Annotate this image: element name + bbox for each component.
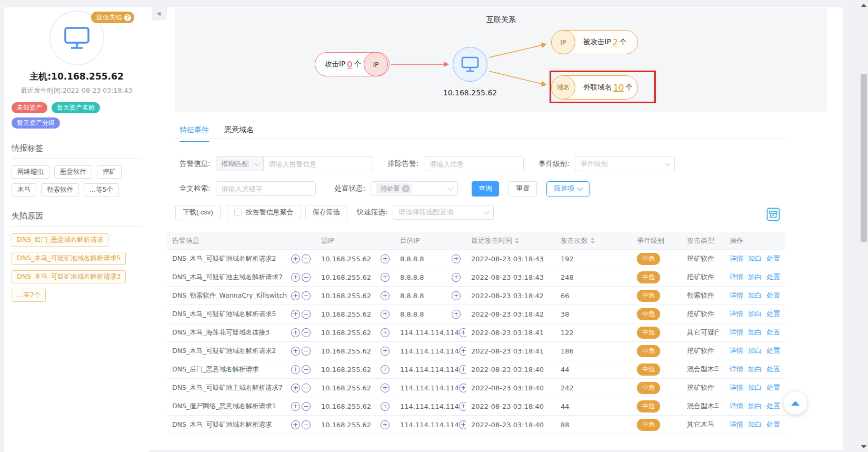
attacker-ip-count[interactable]: 0 xyxy=(347,60,352,70)
scroll-down-icon[interactable] xyxy=(861,445,866,448)
include-filter-icon[interactable] xyxy=(381,310,390,319)
include-filter-icon[interactable] xyxy=(381,254,390,263)
detail-link[interactable]: 详情 xyxy=(730,291,743,300)
exclude-filter-icon[interactable] xyxy=(302,402,311,411)
include-filter-icon[interactable] xyxy=(452,254,461,263)
include-filter-icon[interactable] xyxy=(291,384,300,392)
detail-link[interactable]: 详情 xyxy=(730,328,743,337)
filter-options-button[interactable]: 筛选项 xyxy=(546,181,590,196)
sort-icon[interactable] xyxy=(591,238,595,244)
whitelist-link[interactable]: 加白 xyxy=(748,254,762,263)
remove-tag-icon[interactable] xyxy=(402,185,410,192)
include-filter-icon[interactable] xyxy=(452,273,461,282)
exclude-filter-icon[interactable] xyxy=(302,273,311,282)
include-filter-icon[interactable] xyxy=(291,420,300,429)
sidebar-collapse-button[interactable] xyxy=(152,7,167,21)
include-filter-icon[interactable] xyxy=(459,365,466,374)
exclude-filter-icon[interactable] xyxy=(302,310,311,319)
alert-info-input[interactable] xyxy=(264,156,373,171)
include-filter-icon[interactable] xyxy=(291,365,300,374)
reset-button[interactable]: 重置 xyxy=(508,181,537,196)
detail-link[interactable]: 详情 xyxy=(730,254,743,263)
dispose-link[interactable]: 处置 xyxy=(766,420,780,429)
dispose-link[interactable]: 处置 xyxy=(766,309,780,319)
include-filter-icon[interactable] xyxy=(459,384,466,392)
include-filter-icon[interactable] xyxy=(291,402,300,411)
match-mode-select[interactable]: 模糊匹配 xyxy=(216,156,264,171)
exclude-filter-icon[interactable] xyxy=(302,328,311,337)
include-filter-icon[interactable] xyxy=(291,254,300,263)
detail-link[interactable]: 详情 xyxy=(730,383,743,392)
help-icon[interactable] xyxy=(124,14,131,21)
include-filter-icon[interactable] xyxy=(452,291,461,300)
aggregate-checkbox[interactable] xyxy=(234,209,242,216)
dispose-link[interactable]: 处置 xyxy=(766,401,780,411)
scroll-up-icon[interactable] xyxy=(861,4,866,7)
dispose-link[interactable]: 处置 xyxy=(766,365,780,374)
include-filter-icon[interactable] xyxy=(381,291,390,300)
whitelist-link[interactable]: 加白 xyxy=(748,309,762,319)
attacked-ip-circle[interactable]: IP xyxy=(551,30,575,54)
include-filter-icon[interactable] xyxy=(381,402,390,411)
include-filter-icon[interactable] xyxy=(291,347,300,356)
include-filter-icon[interactable] xyxy=(381,420,390,429)
dispose-link[interactable]: 处置 xyxy=(766,328,780,337)
export-archive-button[interactable] xyxy=(765,207,781,222)
exclude-alert-input[interactable] xyxy=(424,156,524,171)
include-filter-icon[interactable] xyxy=(381,347,390,356)
whitelist-link[interactable]: 加白 xyxy=(748,420,762,429)
include-filter-icon[interactable] xyxy=(291,291,300,300)
exclude-filter-icon[interactable] xyxy=(302,420,311,429)
include-filter-icon[interactable] xyxy=(459,402,466,411)
aggregate-toggle-button[interactable]: 按告警信息聚合 xyxy=(227,205,301,220)
dispose-status-select[interactable]: 待处置 xyxy=(371,181,458,196)
whitelist-link[interactable]: 加白 xyxy=(748,383,762,392)
include-filter-icon[interactable] xyxy=(381,365,390,374)
dispose-link[interactable]: 处置 xyxy=(766,254,780,263)
event-level-select[interactable]: 事件级别 xyxy=(575,156,675,171)
include-filter-icon[interactable] xyxy=(381,384,390,392)
include-filter-icon[interactable] xyxy=(291,273,300,282)
whitelist-link[interactable]: 加白 xyxy=(748,401,762,411)
download-csv-button[interactable]: 下载(.csv) xyxy=(175,205,221,220)
attacked-ip-count[interactable]: 2 xyxy=(613,37,618,47)
save-filter-button[interactable]: 保存筛选 xyxy=(305,205,347,220)
exclude-filter-icon[interactable] xyxy=(302,347,311,356)
include-filter-icon[interactable] xyxy=(459,347,466,356)
page-scrollbar[interactable] xyxy=(860,0,868,452)
dispose-link[interactable]: 处置 xyxy=(766,383,780,392)
scrollbar-thumb[interactable] xyxy=(861,74,867,242)
include-filter-icon[interactable] xyxy=(452,310,461,319)
include-filter-icon[interactable] xyxy=(459,420,466,429)
whitelist-link[interactable]: 加白 xyxy=(748,328,762,337)
exclude-filter-icon[interactable] xyxy=(302,365,311,374)
detail-link[interactable]: 详情 xyxy=(730,346,743,356)
detail-link[interactable]: 详情 xyxy=(730,272,743,282)
fulltext-input[interactable] xyxy=(216,181,316,196)
query-button[interactable]: 查询 xyxy=(472,181,499,196)
host-node[interactable] xyxy=(453,47,487,82)
tab[interactable]: 恶意域名 xyxy=(224,125,254,138)
detail-link[interactable]: 详情 xyxy=(730,365,743,374)
tab[interactable]: 特征事件 xyxy=(179,125,209,138)
whitelist-link[interactable]: 加白 xyxy=(748,291,762,300)
detail-link[interactable]: 详情 xyxy=(730,420,743,429)
include-filter-icon[interactable] xyxy=(381,328,390,337)
dispose-link[interactable]: 处置 xyxy=(766,272,780,282)
back-to-top-button[interactable] xyxy=(784,391,807,415)
include-filter-icon[interactable] xyxy=(459,328,466,337)
exclude-filter-icon[interactable] xyxy=(302,291,311,300)
detail-link[interactable]: 详情 xyxy=(730,309,743,319)
include-filter-icon[interactable] xyxy=(291,310,300,319)
whitelist-link[interactable]: 加白 xyxy=(748,365,762,374)
whitelist-link[interactable]: 加白 xyxy=(748,272,762,282)
exclude-filter-icon[interactable] xyxy=(302,254,311,263)
include-filter-icon[interactable] xyxy=(291,328,300,337)
whitelist-link[interactable]: 加白 xyxy=(748,346,762,356)
exclude-filter-icon[interactable] xyxy=(302,384,311,392)
dispose-link[interactable]: 处置 xyxy=(766,346,780,356)
detail-link[interactable]: 详情 xyxy=(730,401,743,411)
quick-filter-select[interactable]: 请选择筛选配置项 xyxy=(393,205,494,220)
include-filter-icon[interactable] xyxy=(381,273,390,282)
dispose-link[interactable]: 处置 xyxy=(766,291,780,300)
